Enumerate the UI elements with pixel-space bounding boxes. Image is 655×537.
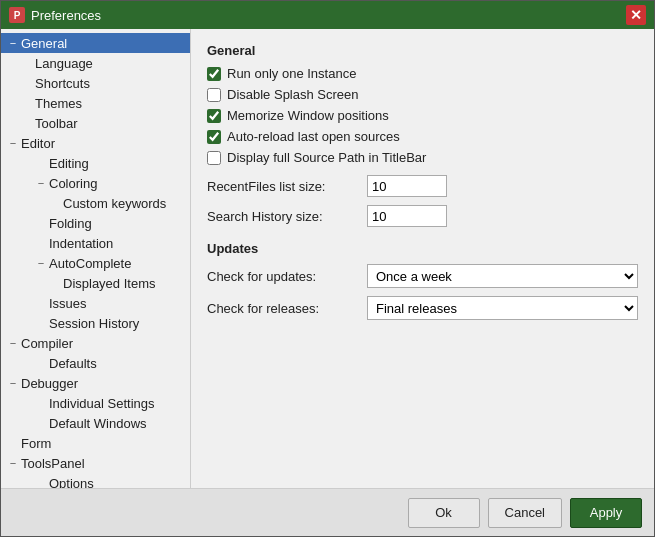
checkbox-row-auto-reload: Auto-reload last open sources	[207, 129, 638, 144]
cancel-button[interactable]: Cancel	[488, 498, 562, 528]
tree-toggle-toolspanel: −	[5, 455, 21, 471]
sidebar-item-editor[interactable]: −Editor	[1, 133, 190, 153]
content-area: −GeneralLanguageShortcutsThemesToolbar−E…	[1, 29, 654, 488]
checkbox-row-memorize-window: Memorize Window positions	[207, 108, 638, 123]
sidebar-item-shortcuts[interactable]: Shortcuts	[1, 73, 190, 93]
sidebar-item-issues[interactable]: Issues	[1, 293, 190, 313]
sidebar-item-form[interactable]: Form	[1, 433, 190, 453]
sidebar-label-shortcuts: Shortcuts	[35, 76, 90, 91]
checkboxes-container: Run only one InstanceDisable Splash Scre…	[207, 66, 638, 165]
sidebar-label-compiler: Compiler	[21, 336, 73, 351]
sidebar-item-toolbar[interactable]: Toolbar	[1, 113, 190, 133]
sidebar-label-toolspanel: ToolsPanel	[21, 456, 85, 471]
sidebar-item-defaults[interactable]: Defaults	[1, 353, 190, 373]
sidebar-item-general[interactable]: −General	[1, 33, 190, 53]
sidebar-label-toolbar: Toolbar	[35, 116, 78, 131]
dropdown-check-releases[interactable]: Final releasesAll releasesNever	[367, 296, 638, 320]
sidebar-item-toolspanel[interactable]: −ToolsPanel	[1, 453, 190, 473]
ok-button[interactable]: Ok	[408, 498, 480, 528]
sidebar-item-displayed-items[interactable]: Displayed Items	[1, 273, 190, 293]
field-row-search-history: Search History size:	[207, 205, 638, 227]
dropdowns-container: Check for updates:Once a weekDailyNeverO…	[207, 264, 638, 320]
checkbox-display-full-path[interactable]	[207, 151, 221, 165]
field-label-search-history: Search History size:	[207, 209, 367, 224]
bottom-bar: Ok Cancel Apply	[1, 488, 654, 536]
checkbox-run-one-instance[interactable]	[207, 67, 221, 81]
tree-toggle-debugger: −	[5, 375, 21, 391]
checkbox-memorize-window[interactable]	[207, 109, 221, 123]
dropdown-label-check-updates: Check for updates:	[207, 269, 367, 284]
main-panel: General Run only one InstanceDisable Spl…	[191, 29, 654, 488]
title-bar-left: P Preferences	[9, 7, 101, 23]
checkbox-label-auto-reload: Auto-reload last open sources	[227, 129, 400, 144]
window-icon: P	[9, 7, 25, 23]
sidebar-item-editing[interactable]: Editing	[1, 153, 190, 173]
close-button[interactable]: ✕	[626, 5, 646, 25]
sidebar-label-session-history: Session History	[49, 316, 139, 331]
sidebar-label-displayed-items: Displayed Items	[63, 276, 155, 291]
sidebar-item-default-windows[interactable]: Default Windows	[1, 413, 190, 433]
sidebar-label-custom-keywords: Custom keywords	[63, 196, 166, 211]
sidebar-item-coloring[interactable]: −Coloring	[1, 173, 190, 193]
updates-section: Updates Check for updates:Once a weekDai…	[207, 241, 638, 320]
sidebar-label-autocomplete: AutoComplete	[49, 256, 131, 271]
window-title: Preferences	[31, 8, 101, 23]
sidebar-item-language[interactable]: Language	[1, 53, 190, 73]
general-section-title: General	[207, 43, 638, 58]
sidebar-label-issues: Issues	[49, 296, 87, 311]
sidebar-label-debugger: Debugger	[21, 376, 78, 391]
sidebar-label-language: Language	[35, 56, 93, 71]
checkbox-label-run-one-instance: Run only one Instance	[227, 66, 356, 81]
sidebar-item-folding[interactable]: Folding	[1, 213, 190, 233]
checkbox-row-display-full-path: Display full Source Path in TitleBar	[207, 150, 638, 165]
sidebar-item-individual-settings[interactable]: Individual Settings	[1, 393, 190, 413]
sidebar-label-themes: Themes	[35, 96, 82, 111]
field-row-recent-files: RecentFiles list size:	[207, 175, 638, 197]
sidebar-item-options[interactable]: Options	[1, 473, 190, 488]
sidebar-label-general: General	[21, 36, 67, 51]
apply-button[interactable]: Apply	[570, 498, 642, 528]
sidebar-label-editing: Editing	[49, 156, 89, 171]
preferences-window: P Preferences ✕ −GeneralLanguageShortcut…	[0, 0, 655, 537]
updates-section-title: Updates	[207, 241, 638, 256]
sidebar-label-defaults: Defaults	[49, 356, 97, 371]
checkbox-label-display-full-path: Display full Source Path in TitleBar	[227, 150, 426, 165]
sidebar-item-autocomplete[interactable]: −AutoComplete	[1, 253, 190, 273]
dropdown-check-updates[interactable]: Once a weekDailyNeverOnce a month	[367, 264, 638, 288]
sidebar-item-compiler[interactable]: −Compiler	[1, 333, 190, 353]
tree-toggle-autocomplete: −	[33, 255, 49, 271]
sidebar-item-indentation[interactable]: Indentation	[1, 233, 190, 253]
sidebar-label-options: Options	[49, 476, 94, 489]
sidebar-label-coloring: Coloring	[49, 176, 97, 191]
sidebar-label-individual-settings: Individual Settings	[49, 396, 155, 411]
checkbox-label-memorize-window: Memorize Window positions	[227, 108, 389, 123]
checkbox-label-disable-splash: Disable Splash Screen	[227, 87, 359, 102]
sidebar-label-editor: Editor	[21, 136, 55, 151]
sidebar-label-folding: Folding	[49, 216, 92, 231]
checkbox-row-run-one-instance: Run only one Instance	[207, 66, 638, 81]
dropdown-label-check-releases: Check for releases:	[207, 301, 367, 316]
sidebar: −GeneralLanguageShortcutsThemesToolbar−E…	[1, 29, 191, 488]
checkbox-disable-splash[interactable]	[207, 88, 221, 102]
field-input-search-history[interactable]	[367, 205, 447, 227]
dropdown-row-check-updates: Check for updates:Once a weekDailyNeverO…	[207, 264, 638, 288]
tree-toggle-editor: −	[5, 135, 21, 151]
sidebar-item-session-history[interactable]: Session History	[1, 313, 190, 333]
sidebar-item-custom-keywords[interactable]: Custom keywords	[1, 193, 190, 213]
dropdown-row-check-releases: Check for releases:Final releasesAll rel…	[207, 296, 638, 320]
sidebar-label-default-windows: Default Windows	[49, 416, 147, 431]
sidebar-label-form: Form	[21, 436, 51, 451]
sidebar-item-debugger[interactable]: −Debugger	[1, 373, 190, 393]
checkbox-auto-reload[interactable]	[207, 130, 221, 144]
field-label-recent-files: RecentFiles list size:	[207, 179, 367, 194]
sidebar-label-indentation: Indentation	[49, 236, 113, 251]
tree-toggle-compiler: −	[5, 335, 21, 351]
tree-toggle-general: −	[5, 35, 21, 51]
sidebar-item-themes[interactable]: Themes	[1, 93, 190, 113]
title-bar: P Preferences ✕	[1, 1, 654, 29]
fields-container: RecentFiles list size:Search History siz…	[207, 175, 638, 227]
field-input-recent-files[interactable]	[367, 175, 447, 197]
tree-toggle-coloring: −	[33, 175, 49, 191]
checkbox-row-disable-splash: Disable Splash Screen	[207, 87, 638, 102]
